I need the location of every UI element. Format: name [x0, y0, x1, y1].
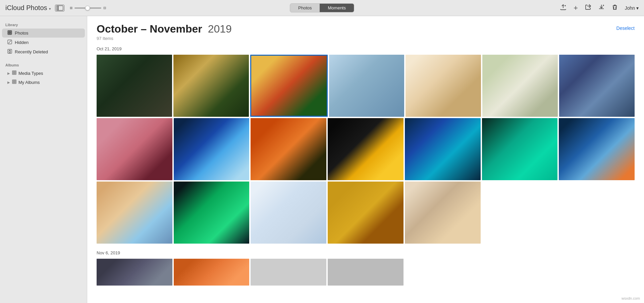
- zoom-out-icon: ⊞: [70, 6, 72, 10]
- photo-thumb[interactable]: [328, 182, 404, 244]
- sidebar-group-media-types[interactable]: ▶ Media Types: [2, 69, 85, 78]
- title-year: 2019: [208, 23, 232, 35]
- photo-grid-row4: [97, 259, 635, 286]
- photo-thumb[interactable]: [559, 55, 635, 117]
- photo-thumb[interactable]: [173, 55, 249, 117]
- zoom-in-icon: ⊟: [103, 6, 106, 10]
- item-count: 97 Items: [97, 36, 232, 41]
- photo-thumb[interactable]: [405, 182, 481, 244]
- zoom-slider-container: ⊞ ⊟: [70, 6, 106, 10]
- sidebar-item-recently-deleted-label: Recently Deleted: [15, 49, 48, 54]
- photo-thumb[interactable]: [328, 118, 404, 180]
- svg-rect-0: [56, 6, 63, 10]
- user-menu[interactable]: John ▾: [625, 5, 639, 11]
- topbar: iCloud Photos ▾ ⊞ ⊟ Photos Moments +: [0, 0, 644, 16]
- photo-placeholder: [405, 259, 481, 286]
- app-logo: iCloud Photos ▾: [5, 4, 51, 12]
- sidebar-toggle-icon: [56, 5, 63, 11]
- date-label-oct21: Oct 21, 2019: [97, 46, 635, 51]
- photo-placeholder: [482, 182, 558, 244]
- title-main: October – November: [97, 23, 202, 35]
- library-section-label: Library: [0, 20, 87, 28]
- svg-rect-21: [14, 82, 16, 83]
- svg-rect-8: [10, 33, 11, 34]
- share-button[interactable]: [585, 4, 591, 12]
- photo-thumb[interactable]: [406, 55, 481, 117]
- date-section-oct21: Oct 21, 2019: [97, 46, 635, 244]
- albums-section-label: Albums: [0, 60, 87, 68]
- photo-grid-row2: [97, 118, 635, 180]
- sidebar-item-photos[interactable]: Photos: [2, 29, 85, 38]
- photo-thumb[interactable]: [482, 118, 558, 180]
- photo-thumb[interactable]: [251, 259, 326, 286]
- deselect-button[interactable]: Deselect: [616, 26, 635, 31]
- photo-placeholder: [559, 182, 635, 244]
- hidden-icon: [7, 40, 12, 45]
- media-types-label: Media Types: [18, 71, 43, 76]
- photo-thumb[interactable]: [482, 55, 558, 117]
- photo-grid-row3: [97, 182, 635, 244]
- photo-thumb[interactable]: [405, 118, 481, 180]
- svg-rect-15: [13, 73, 14, 74]
- add-button[interactable]: +: [574, 4, 578, 12]
- my-albums-icon: [12, 80, 16, 85]
- content-title-block: October – November 2019 97 Items: [97, 23, 232, 41]
- nav-tabs: Photos Moments: [290, 3, 354, 12]
- photo-thumb[interactable]: [174, 259, 250, 286]
- photo-thumb[interactable]: [250, 55, 328, 117]
- content-header: October – November 2019 97 Items Deselec…: [97, 23, 635, 41]
- logo-arrow[interactable]: ▾: [49, 7, 51, 11]
- svg-rect-6: [10, 31, 11, 33]
- svg-rect-18: [13, 80, 14, 82]
- sidebar-toggle-button[interactable]: [55, 5, 64, 11]
- main-layout: Library Photos Hidden: [0, 16, 644, 303]
- photo-thumb[interactable]: [97, 259, 172, 286]
- sidebar-item-hidden[interactable]: Hidden: [2, 38, 85, 47]
- download-button[interactable]: [598, 4, 605, 12]
- tab-moments[interactable]: Moments: [320, 4, 354, 12]
- media-types-icon: [12, 70, 16, 76]
- topbar-actions: + John ▾: [559, 3, 639, 12]
- svg-line-10: [8, 41, 11, 43]
- photo-thumb[interactable]: [97, 118, 172, 180]
- svg-rect-16: [14, 73, 16, 74]
- date-label-nov6: Nov 6, 2019: [97, 250, 635, 255]
- logo-icloud: iCloud: [5, 4, 24, 11]
- photo-placeholder: [559, 259, 635, 286]
- upload-button[interactable]: [559, 3, 567, 12]
- content-title: October – November 2019: [97, 23, 232, 35]
- media-types-chevron: ▶: [7, 71, 10, 75]
- photo-thumb[interactable]: [251, 182, 326, 244]
- zoom-slider-track[interactable]: [74, 7, 101, 9]
- svg-rect-20: [13, 82, 14, 83]
- my-albums-label: My Albums: [18, 80, 40, 85]
- watermark: wsxdn.com: [622, 296, 640, 300]
- photo-thumb[interactable]: [174, 182, 250, 244]
- sidebar-group-my-albums[interactable]: ▶ My Albums: [2, 78, 85, 87]
- svg-rect-13: [13, 71, 14, 72]
- recently-deleted-icon: [7, 49, 12, 55]
- content-area: October – November 2019 97 Items Deselec…: [87, 16, 644, 303]
- photo-grid-row1: [97, 55, 635, 117]
- my-albums-chevron: ▶: [7, 81, 10, 84]
- tab-photos[interactable]: Photos: [290, 4, 320, 12]
- sidebar: Library Photos Hidden: [0, 16, 87, 303]
- svg-rect-19: [14, 80, 16, 82]
- sidebar-item-photos-label: Photos: [15, 31, 28, 36]
- photo-placeholder: [482, 259, 558, 286]
- photo-thumb[interactable]: [97, 182, 172, 244]
- photo-thumb[interactable]: [97, 55, 172, 117]
- date-section-nov6: Nov 6, 2019: [97, 250, 635, 286]
- delete-button[interactable]: [611, 4, 618, 12]
- photo-thumb[interactable]: [559, 118, 635, 180]
- logo-photos: Photos: [26, 4, 47, 11]
- svg-rect-5: [8, 31, 10, 33]
- zoom-slider-thumb[interactable]: [85, 6, 90, 10]
- photo-thumb[interactable]: [251, 118, 326, 180]
- sidebar-item-hidden-label: Hidden: [15, 40, 29, 45]
- sidebar-item-recently-deleted[interactable]: Recently Deleted: [2, 47, 85, 56]
- photo-thumb[interactable]: [328, 259, 404, 286]
- svg-rect-14: [14, 71, 16, 72]
- photo-thumb[interactable]: [174, 118, 250, 180]
- photo-thumb[interactable]: [329, 55, 405, 117]
